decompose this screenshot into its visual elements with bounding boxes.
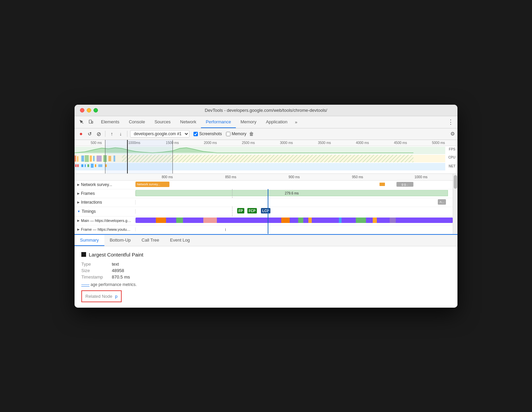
lcp-title-text: Largest Contentful Paint bbox=[89, 252, 143, 258]
maximize-button[interactable] bbox=[94, 108, 98, 112]
memory-label: Memory bbox=[232, 131, 246, 136]
tab-sources[interactable]: Sources bbox=[150, 116, 176, 128]
tab-memory[interactable]: Memory bbox=[236, 116, 261, 128]
network-item-2: g g... bbox=[396, 182, 413, 187]
separator-1 bbox=[105, 131, 105, 137]
bottom-panel: Summary Bottom-Up Call Tree Event Log La… bbox=[75, 234, 457, 308]
dtick-800: 800 ms bbox=[136, 175, 199, 179]
screenshots-checkbox[interactable] bbox=[193, 132, 198, 136]
lcp-title-row: Largest Contentful Paint bbox=[81, 252, 451, 258]
memory-checkbox[interactable] bbox=[226, 132, 230, 136]
main-row-label[interactable]: ▶ Main — https://developers.google.com/w… bbox=[75, 219, 136, 223]
timings-row-label[interactable]: ▼ Timings bbox=[75, 209, 136, 214]
svg-rect-5 bbox=[85, 155, 89, 162]
interactions-item: A... bbox=[438, 199, 446, 205]
scrollbar-thumb[interactable] bbox=[454, 175, 457, 189]
tab-summary[interactable]: Summary bbox=[75, 235, 104, 246]
screenshots-checkbox-label[interactable]: Screenshots bbox=[193, 131, 222, 136]
svg-rect-15 bbox=[77, 164, 79, 167]
interactions-row: ▶ Interactions A... bbox=[75, 198, 457, 207]
minimize-button[interactable] bbox=[87, 108, 91, 112]
reload-button[interactable]: ↺ bbox=[86, 130, 94, 138]
network-survey-bar[interactable]: Network survey... bbox=[136, 182, 169, 187]
frames-row: ▶ Frames 279.6 ms bbox=[75, 189, 457, 198]
net-label: NET bbox=[449, 164, 455, 168]
tick-3000: 3000 ms bbox=[267, 141, 305, 145]
tick-3500: 3500 ms bbox=[305, 141, 343, 145]
description-link[interactable]: —— bbox=[81, 282, 89, 287]
description-row: —— age performance metrics. bbox=[81, 282, 451, 287]
tab-elements[interactable]: Elements bbox=[96, 116, 124, 128]
timestamp-label: Timestamp bbox=[81, 274, 112, 280]
performance-toolbar: ● ↺ ⊘ ↑ ↓ developers.google.com #1 Scree… bbox=[75, 128, 457, 140]
network-expand-icon[interactable]: ▶ bbox=[77, 183, 80, 186]
main-label-text: Main — https://developers.google.com/web… bbox=[81, 219, 132, 223]
cursor-icon[interactable] bbox=[77, 118, 85, 126]
svg-rect-20 bbox=[95, 164, 96, 167]
tick-4000: 4000 ms bbox=[343, 141, 381, 145]
main-expand-icon[interactable]: ▶ bbox=[77, 219, 80, 222]
fp-badge[interactable]: FP bbox=[237, 208, 244, 213]
fp-label: FP bbox=[239, 209, 243, 213]
upload-button[interactable]: ↑ bbox=[108, 130, 116, 138]
timeline-overview: 500 ms 1000ms 1500 ms 2000 ms 2500 ms 30… bbox=[75, 140, 457, 174]
frames-expand-icon[interactable]: ▶ bbox=[77, 192, 80, 195]
frames-label-text: Frames bbox=[81, 191, 95, 196]
tab-network[interactable]: Network bbox=[176, 116, 201, 128]
more-tabs-button[interactable]: » bbox=[292, 116, 300, 128]
network-label-text: Network survey... bbox=[81, 182, 112, 187]
interactions-row-label[interactable]: ▶ Interactions bbox=[75, 200, 136, 205]
tab-event-log[interactable]: Event Log bbox=[165, 235, 196, 246]
related-node-value[interactable]: p bbox=[115, 294, 118, 299]
frame-row-label[interactable]: ▶ Frame — https://www.youtube.com/embed/… bbox=[75, 227, 136, 231]
record-button[interactable]: ● bbox=[77, 130, 85, 138]
size-label: Size bbox=[81, 268, 112, 273]
toolbar-options: Screenshots Memory bbox=[193, 131, 246, 136]
network-row: ▶ Network survey... Network survey... g … bbox=[75, 181, 457, 189]
timeline-detail: 800 ms 850 ms 900 ms 950 ms 1000 ms ▶ Ne… bbox=[75, 174, 457, 234]
timings-expand-icon[interactable]: ▼ bbox=[77, 210, 80, 213]
url-selector[interactable]: developers.google.com #1 bbox=[130, 130, 189, 138]
traffic-lights bbox=[80, 108, 98, 112]
devtools-menu-button[interactable]: ⋮ bbox=[447, 118, 455, 126]
device-icon[interactable] bbox=[87, 118, 95, 126]
blue-marker-timings bbox=[268, 207, 268, 216]
tab-performance[interactable]: Performance bbox=[201, 116, 236, 128]
fcp-label: FCP bbox=[249, 209, 255, 213]
dashed-marker-frames bbox=[232, 189, 232, 198]
svg-rect-14 bbox=[75, 164, 77, 167]
close-button[interactable] bbox=[80, 108, 84, 112]
title-bar: DevTools - developers.google.com/web/too… bbox=[75, 105, 457, 116]
screenshots-label: Screenshots bbox=[199, 131, 222, 136]
description-text: age performance metrics. bbox=[90, 282, 137, 287]
settings-button[interactable]: ⚙ bbox=[450, 131, 455, 137]
clear-recordings-button[interactable]: 🗑 bbox=[249, 131, 254, 137]
main-block-5 bbox=[298, 218, 303, 223]
fcp-badge[interactable]: FCP bbox=[247, 208, 257, 213]
interactions-expand-icon[interactable]: ▶ bbox=[77, 201, 80, 204]
detail-ruler: 800 ms 850 ms 900 ms 950 ms 1000 ms bbox=[75, 174, 457, 181]
memory-checkbox-label[interactable]: Memory bbox=[226, 131, 246, 136]
selection-highlight bbox=[105, 140, 173, 173]
dtick-900: 900 ms bbox=[262, 175, 326, 179]
frames-row-label[interactable]: ▶ Frames bbox=[75, 191, 136, 196]
svg-rect-1 bbox=[92, 121, 93, 123]
devtools-tab-bar: Elements Console Sources Network Perform… bbox=[75, 116, 457, 128]
frame-expand-icon[interactable]: ▶ bbox=[77, 228, 80, 231]
main-block-6 bbox=[308, 218, 312, 223]
main-block-9 bbox=[373, 218, 377, 223]
tab-call-tree[interactable]: Call Tree bbox=[136, 235, 165, 246]
lcp-badge[interactable]: LCP bbox=[261, 208, 270, 213]
network-row-label[interactable]: ▶ Network survey... bbox=[75, 182, 136, 187]
timeline-scrollbar[interactable] bbox=[453, 174, 457, 234]
tick-2000: 2000 ms bbox=[191, 141, 229, 145]
download-button[interactable]: ↓ bbox=[117, 130, 124, 138]
svg-rect-18 bbox=[87, 164, 89, 167]
svg-rect-8 bbox=[97, 156, 102, 162]
interactions-row-content: A... bbox=[136, 198, 453, 207]
tab-bottom-up[interactable]: Bottom-Up bbox=[104, 235, 136, 246]
network-row-content: Network survey... g g... bbox=[136, 180, 453, 189]
tab-console[interactable]: Console bbox=[124, 116, 150, 128]
tab-application[interactable]: Application bbox=[261, 116, 292, 128]
clear-button[interactable]: ⊘ bbox=[95, 130, 102, 138]
